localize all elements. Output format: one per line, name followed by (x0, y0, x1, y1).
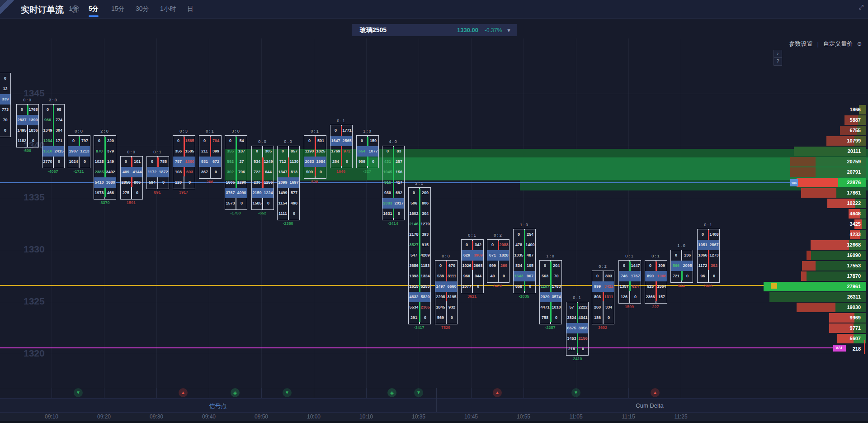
tab-15分[interactable]: 15分 (111, 5, 125, 13)
footprint-candle[interactable]: 0204563701107178320293574447110107580 (539, 260, 562, 324)
chevron-down-icon[interactable]: ▼ (506, 28, 511, 33)
footprint-candle[interactable]: 06705383111149766602298319518459325690 (435, 260, 458, 324)
signal-down-icon[interactable]: ▼ (571, 388, 580, 397)
ask-volume: 334 (604, 302, 614, 313)
footprint-candle[interactable]: 0305534124972264423011562159122415850 (251, 146, 274, 210)
ask-volume: 105 (525, 261, 535, 271)
bid-volume: 0 (514, 229, 524, 240)
ladder-row: 10222 (758, 199, 866, 208)
footprint-candle[interactable]: 012339773700 (0, 73, 11, 137)
bid-volume: 0 (42, 105, 53, 115)
marker-row-tick (156, 388, 157, 398)
ask-volume: 269 (499, 261, 509, 271)
footprint-candle[interactable]: 0834312571045156916417930692208320171631… (382, 146, 405, 220)
footprint-candle[interactable]: 0140810512867106612731172392960 (697, 229, 720, 283)
ask-volume: 2668 (473, 261, 483, 271)
help-button[interactable]: ? (774, 57, 782, 66)
footprint-row: 054 (225, 136, 247, 146)
signal-down-icon[interactable]: ▼ (414, 388, 423, 397)
ask-volume: 70 (0, 115, 10, 125)
candle-delta: 266 (194, 180, 226, 184)
footprint-candle[interactable]: 07971907121310240 (68, 135, 90, 168)
bid-volume: 592 (225, 157, 236, 167)
cum-delta-label[interactable]: Cum Delta (636, 402, 663, 409)
instrument-price: 1330.00 (457, 27, 478, 33)
footprint-candle[interactable]: 034262939091026266896034410770 (461, 239, 484, 293)
footprint-row: 211399 (199, 146, 221, 157)
bid-volume: 721 (671, 271, 681, 281)
footprint-row: 302796 (225, 167, 247, 177)
footprint-candle[interactable]: 0209506806160230421461279217839335279155… (408, 187, 431, 324)
ask-volume: 83 (394, 146, 404, 157)
ladder-volume-value: 22876 (807, 178, 861, 187)
signal-up-icon[interactable]: ▲ (493, 388, 502, 397)
tab-30分[interactable]: 30分 (136, 5, 149, 13)
gear-icon[interactable]: ⊙ (857, 41, 862, 47)
ladder-row: 20791 (758, 167, 866, 177)
bid-volume: 0 (173, 136, 184, 146)
footprint-candle[interactable]: 0309890190652515642366157 (645, 260, 667, 304)
footprint-candle[interactable]: 0803999342280313112603341860 (592, 271, 614, 324)
marker-row-tick (366, 388, 367, 398)
footprint-row: 6293909 (462, 250, 483, 261)
footprint-candle[interactable]: 015965410779090 (356, 135, 379, 168)
imbalance-header: 1 : 0 (537, 254, 564, 258)
expand-icon[interactable]: ⤢ (859, 4, 863, 11)
footprint-candle[interactable]: 013656620957210 (670, 250, 693, 283)
ask-volume: 0 (54, 157, 64, 167)
ask-volume: 1697 (289, 177, 299, 188)
signal-points-label[interactable]: 信号点 (209, 402, 227, 410)
bid-volume: 0 (645, 261, 656, 271)
footprint-row: 5383111 (435, 271, 457, 281)
signal-up-icon[interactable]: ▲ (651, 388, 660, 397)
bid-volume: 909 (357, 157, 367, 167)
bid-volume: 858 (514, 281, 524, 292)
footprint-candle[interactable]: 0785117218725940 (146, 156, 169, 189)
footprint-row: 1973466 (94, 188, 116, 198)
ask-volume: 0 (28, 136, 38, 146)
footprint-candle[interactable]: 07042113999316723670 (199, 135, 222, 179)
bid-volume: 57 (566, 302, 577, 313)
footprint-candle[interactable]: 0857712113013478132099169714995771154498… (277, 146, 300, 220)
ask-volume: 304 (54, 125, 64, 136)
footprint-candle[interactable]: 098966774134930412341711510241527700 (42, 104, 65, 168)
footprint-candle[interactable]: 02544781400133548783410515439678580 (513, 229, 536, 293)
bid-volume: 0 (252, 146, 262, 157)
bid-volume: 2083 (304, 157, 315, 167)
footprint-candle[interactable]: 01565356158575715001036031200 (173, 135, 195, 189)
footprint-candle[interactable]: 0220870379102814923853402541036801973466 (94, 135, 116, 200)
footprint-candle[interactable]: 020886711828999269400 (487, 239, 509, 283)
ask-volume: 0 (289, 209, 299, 219)
bid-volume: 1845 (435, 302, 446, 313)
ask-volume: 399 (211, 146, 221, 157)
ask-volume: 1767 (630, 271, 641, 281)
signal-down-icon[interactable]: ▼ (74, 388, 83, 397)
signal-badge-icon[interactable]: ◈ (231, 388, 240, 397)
bid-volume: 0 (619, 261, 629, 271)
tab-5分[interactable]: 5分 (89, 5, 99, 13)
collapse-button[interactable]: › (774, 50, 782, 58)
footprint-candle[interactable]: 017711647256517699722540 (330, 125, 353, 168)
footprint-row: 2178393 (409, 229, 430, 240)
tab-1分[interactable]: 1分 (69, 5, 79, 13)
tab-1小时[interactable]: 1小时 (160, 5, 176, 13)
signal-badge-icon[interactable]: ◈ (387, 388, 396, 397)
tab-日[interactable]: 日 (187, 5, 193, 13)
param-settings-link[interactable]: 参数设置 (789, 40, 813, 48)
footprint-row: 339 (0, 94, 10, 105)
signal-down-icon[interactable]: ▼ (283, 388, 292, 397)
footprint-row: 1234171 (42, 136, 64, 146)
signal-up-icon[interactable]: ▲ (179, 388, 188, 397)
custom-volume-price-link[interactable]: 自定义量价 (823, 40, 853, 48)
footprint-candle[interactable]: 0543551875922730279616051290376740901573… (225, 135, 247, 210)
bid-volume: 431 (382, 157, 393, 167)
footprint-candle[interactable]: 050111901825208319845090 (304, 135, 326, 179)
footprint-candle[interactable]: 5722223824434166753056345321562180 (566, 302, 589, 356)
imbalance-header: 0 : 1 (642, 254, 669, 258)
footprint-candle[interactable]: 01447746176713576141260 (618, 260, 641, 304)
instrument-bar[interactable]: 玻璃2505 1330.00 -0.37% ▼ (352, 24, 517, 36)
footprint-row: 0220 (94, 136, 116, 146)
footprint-candle[interactable]: 0101409414428568062750 (120, 156, 143, 200)
footprint-candle[interactable]: 01768283713901495183611820 (16, 104, 39, 147)
ask-volume: 393 (420, 229, 430, 240)
